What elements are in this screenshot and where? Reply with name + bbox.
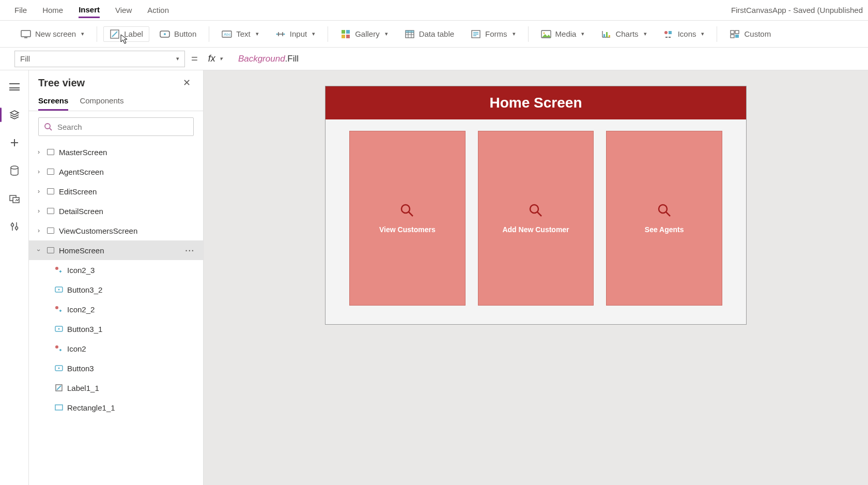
- svg-point-26: [11, 166, 18, 169]
- chevron-right-icon: ›: [35, 168, 42, 175]
- tab-screens[interactable]: Screens: [38, 93, 68, 111]
- panel-title: Tree view: [38, 77, 85, 89]
- formula-object: Background: [238, 54, 285, 64]
- rail-data-button[interactable]: [5, 161, 24, 180]
- media-icon: [541, 29, 551, 39]
- data-table-button[interactable]: Data table: [398, 26, 460, 42]
- equals-sign: =: [191, 52, 198, 66]
- tree-screen-viewcustomersscreen[interactable]: ›ViewCustomersScreen: [29, 221, 203, 240]
- fx-button[interactable]: fx ▾: [204, 53, 227, 64]
- chevron-down-icon: ▾: [220, 55, 223, 62]
- home-screen-header[interactable]: Home Screen: [326, 86, 746, 119]
- custom-button[interactable]: Custom: [723, 26, 777, 42]
- new-screen-button[interactable]: New screen ▾: [14, 26, 90, 42]
- menu-view[interactable]: View: [115, 3, 132, 18]
- card-label: View Customers: [379, 225, 436, 234]
- rail-insert-button[interactable]: [5, 133, 24, 152]
- rail-hamburger-button[interactable]: [5, 78, 24, 96]
- charts-icon: [601, 29, 611, 39]
- tab-components[interactable]: Components: [80, 93, 123, 111]
- label-button-label: Label: [124, 29, 143, 38]
- svg-point-30: [15, 227, 18, 230]
- svg-rect-42: [55, 405, 63, 410]
- button-button[interactable]: Button: [153, 26, 203, 42]
- svg-point-29: [11, 224, 13, 226]
- media-rail-icon: [9, 194, 20, 203]
- menu-file[interactable]: File: [14, 3, 27, 18]
- svg-rect-18: [606, 32, 608, 37]
- svg-point-31: [45, 124, 50, 129]
- gallery-icon: [340, 29, 351, 39]
- chevron-down-icon: ▾: [312, 31, 315, 37]
- formula-input[interactable]: Background.Fill: [233, 51, 864, 67]
- card-label: Add New Customer: [502, 225, 569, 234]
- menu-bar: File Home Insert View Action FirstCanvas…: [0, 0, 868, 21]
- icons-button[interactable]: Icons ▾: [657, 26, 711, 42]
- screen-icon: [45, 228, 56, 234]
- media-button[interactable]: Media ▾: [535, 26, 591, 42]
- tree-control-button3-1[interactable]: Button3_1: [29, 319, 203, 339]
- card-see-agents[interactable]: See Agents: [606, 131, 722, 306]
- svg-point-35: [55, 306, 58, 309]
- forms-button[interactable]: Forms ▾: [464, 26, 522, 42]
- tree-list[interactable]: ›MasterScreen ›AgentScreen ›EditScreen ›…: [29, 142, 203, 485]
- search-box[interactable]: [38, 117, 194, 136]
- menu-action[interactable]: Action: [147, 3, 169, 18]
- chevron-right-icon: ›: [35, 227, 42, 234]
- rail-tree-view-button[interactable]: [5, 105, 24, 124]
- screen-icon: [45, 208, 56, 214]
- tree-control-rectangle1-1[interactable]: Rectangle1_1: [29, 398, 203, 417]
- search-input[interactable]: [56, 122, 188, 132]
- tree-control-icon2-2[interactable]: Icon2_2: [29, 299, 203, 319]
- chevron-down-icon: ▾: [581, 31, 584, 37]
- tree-control-label1-1[interactable]: Label1_1: [29, 378, 203, 398]
- tree-screen-detailscreen[interactable]: ›DetailScreen: [29, 201, 203, 221]
- rectangle-control-icon: [54, 404, 64, 411]
- canvas-area[interactable]: Home Screen View Customers Add New Custo…: [204, 70, 868, 485]
- search-icon: [528, 203, 544, 218]
- input-icon: [275, 29, 286, 39]
- svg-point-20: [664, 31, 668, 34]
- tree-control-button3[interactable]: Button3: [29, 358, 203, 378]
- charts-button[interactable]: Charts ▾: [595, 26, 653, 42]
- card-view-customers[interactable]: View Customers: [349, 131, 466, 306]
- menu-insert[interactable]: Insert: [79, 2, 100, 18]
- svg-rect-10: [342, 35, 345, 38]
- svg-point-37: [58, 328, 60, 330]
- tree-control-icon2[interactable]: Icon2: [29, 339, 203, 358]
- property-selector[interactable]: Fill ▾: [14, 51, 185, 67]
- tree-control-button3-2[interactable]: Button3_2: [29, 280, 203, 299]
- tree-item-label: DetailScreen: [59, 207, 198, 216]
- device-preview[interactable]: Home Screen View Customers Add New Custo…: [325, 86, 747, 325]
- search-icon: [44, 123, 52, 131]
- svg-point-32: [55, 267, 58, 270]
- tree-item-label: Icon2_3: [67, 266, 198, 275]
- svg-point-38: [55, 345, 58, 348]
- tree-screen-homescreen[interactable]: ›HomeScreen···: [29, 240, 203, 260]
- tree-control-icon2-3[interactable]: Icon2_3: [29, 260, 203, 280]
- button-button-label: Button: [174, 29, 196, 38]
- label-button[interactable]: Label: [103, 26, 149, 42]
- custom-button-label: Custom: [744, 29, 771, 38]
- tree-screen-editscreen[interactable]: ›EditScreen: [29, 181, 203, 201]
- menu-home[interactable]: Home: [42, 3, 63, 18]
- screen-icon: [45, 149, 56, 155]
- icons-button-label: Icons: [678, 29, 696, 38]
- input-button-label: Input: [290, 29, 307, 38]
- tree-screen-masterscreen[interactable]: ›MasterScreen: [29, 142, 203, 162]
- tree-item-label: Button3_2: [67, 285, 198, 294]
- text-button[interactable]: Abc Text ▾: [215, 26, 265, 42]
- tree-screen-agentscreen[interactable]: ›AgentScreen: [29, 162, 203, 181]
- label-control-icon: [54, 384, 64, 391]
- input-button[interactable]: Input ▾: [269, 26, 321, 42]
- rail-advanced-button[interactable]: [5, 217, 24, 236]
- more-icon[interactable]: ···: [185, 246, 198, 255]
- button-control-icon: [54, 365, 64, 371]
- gallery-button[interactable]: Gallery ▾: [334, 26, 394, 42]
- tree-item-label: ViewCustomersScreen: [59, 226, 198, 235]
- rail-media-button[interactable]: [5, 189, 24, 208]
- ribbon: New screen ▾ Label Button Abc Text ▾ Inp…: [0, 21, 868, 48]
- panel-close-button[interactable]: ✕: [180, 77, 194, 89]
- card-add-new-customer[interactable]: Add New Customer: [478, 131, 594, 306]
- text-icon: Abc: [222, 29, 232, 39]
